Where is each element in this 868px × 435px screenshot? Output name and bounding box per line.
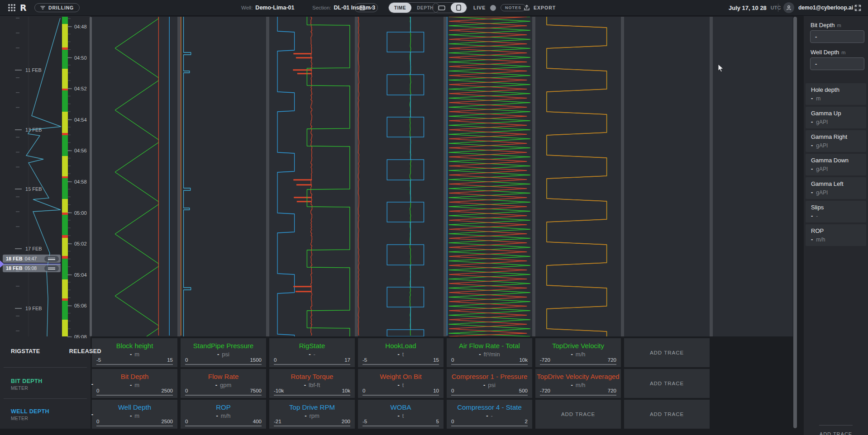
trace-min: 0 <box>274 357 277 363</box>
well-label: Well: <box>241 5 253 10</box>
toggle-time[interactable]: TIME <box>389 3 411 13</box>
trace-range: 0500 <box>451 388 528 393</box>
legend-cell[interactable]: TopDrive Velocity Averaged-m/h-720720 <box>535 369 621 398</box>
legend-cell[interactable]: HookLoad-t-515 <box>358 338 444 367</box>
date-axis-label: 19 FEB <box>25 306 42 311</box>
trace-max: 500 <box>519 388 528 393</box>
portrait-option[interactable] <box>451 3 467 13</box>
legend-cell[interactable]: Rotary Torque-lbf-ft-10k10k <box>269 369 355 398</box>
time-axis-label: 05:08 <box>74 334 87 338</box>
legend-cell[interactable]: Flow Rate-gpm07500 <box>181 369 266 398</box>
trace-rotary-torque <box>293 17 312 336</box>
well-depth-input[interactable]: - <box>810 57 864 70</box>
track-plot <box>535 17 621 336</box>
add-trace-button[interactable]: ADD TRACE <box>535 400 621 429</box>
trace-scale-rule <box>96 395 173 396</box>
track-plot <box>358 17 444 336</box>
add-trace-button[interactable]: ADD TRACE <box>624 369 710 398</box>
add-trace-cell[interactable]: ADD TRACE <box>624 338 710 367</box>
selection-start-handle[interactable] <box>44 256 59 262</box>
legend-cell[interactable]: Top Drive RPM-rpm-21200 <box>269 400 355 429</box>
notes-button[interactable]: NOTES <box>501 4 526 11</box>
minimap-overview[interactable]: 11 FEB13 FEB15 FEB17 FEB19 FEB04:4804:50… <box>0 15 91 338</box>
trace-max: 17 <box>344 357 350 363</box>
readout-value: - <box>811 165 813 172</box>
legend-cell[interactable]: Compressor 1 - Pressure-psi0500 <box>447 369 532 398</box>
add-trace-cell[interactable]: ADD TRACE <box>624 400 710 429</box>
bit-depth-meter-row[interactable]: BIT DEPTH METER - <box>0 378 101 391</box>
track-column-1[interactable] <box>92 17 177 336</box>
selection-end-handle[interactable] <box>44 265 59 271</box>
live-indicator[interactable]: LIVE <box>473 0 496 15</box>
trace-rop <box>184 17 191 336</box>
track-column-4[interactable] <box>358 17 444 336</box>
track-column-7[interactable] <box>624 17 710 336</box>
readout-label: Gamma Right <box>811 133 866 140</box>
selection-end-row[interactable]: 18 FEB 05:08 <box>3 264 61 272</box>
date-range-button[interactable] <box>354 3 378 12</box>
export-button[interactable]: EXPORT <box>524 0 556 15</box>
bit-depth-input[interactable]: - <box>810 30 864 43</box>
tracks-right-scrollbar[interactable] <box>793 17 797 428</box>
legend-cell[interactable]: Air Flow Rate - Total-ft³/min010k <box>447 338 532 367</box>
trace-current-value: - <box>398 351 400 358</box>
track-column-5[interactable] <box>447 17 532 336</box>
legend-cell[interactable]: ROP-m/h0400 <box>181 400 266 429</box>
avatar <box>783 2 794 13</box>
trace-range: 010k <box>451 357 528 363</box>
trace-range: 07500 <box>185 388 262 393</box>
legend-cell[interactable]: TopDrive Velocity-m/h-720720 <box>535 338 621 367</box>
track-column-2[interactable] <box>181 17 266 336</box>
trace-scale-rule <box>451 395 528 396</box>
legend-cell[interactable]: WOBA-t-55 <box>358 400 444 429</box>
add-trace-button[interactable]: ADD TRACE <box>624 400 710 429</box>
trace-scale-rule <box>362 426 439 426</box>
legend-cell[interactable]: Well Depth-m02500 <box>92 400 177 429</box>
landscape-option[interactable] <box>433 3 451 13</box>
bit-depth-meter-unit: METER <box>11 385 101 391</box>
trace-value: -psi <box>447 382 532 388</box>
add-trace-cell[interactable]: ADD TRACE <box>535 400 621 429</box>
trace-value: -m/h <box>535 382 621 388</box>
trace-range: -515 <box>96 357 173 363</box>
trace-current-value: - <box>217 351 219 358</box>
trace-range: 02500 <box>96 388 173 393</box>
readout-card-gamma-right: Gamma Right-gAPI <box>806 130 866 152</box>
add-trace-button[interactable]: ADD TRACE <box>624 338 710 367</box>
drilling-mode-button[interactable]: DRILLING <box>34 3 80 12</box>
track-divider <box>355 17 358 336</box>
trace-unit: m <box>134 382 139 388</box>
legend-cell[interactable]: Bit Depth-m02500 <box>92 369 177 398</box>
legend-cell[interactable]: Weight On Bit-t010 <box>358 369 444 398</box>
trace-max: 400 <box>253 419 262 424</box>
well-depth-meter-row[interactable]: WELL DEPTH METER - <box>0 408 101 421</box>
trace-title: Bit Depth <box>92 373 177 380</box>
time-axis-label: 04:58 <box>74 179 87 184</box>
selection-start-row[interactable]: 18 FEB 04:47 <box>3 255 61 263</box>
trace-min: 0 <box>185 388 188 393</box>
legend-cell[interactable]: RigState--017 <box>269 338 355 367</box>
brand-logo[interactable]: R <box>20 0 27 15</box>
user-menu[interactable]: demo1@cyberloop.ai <box>783 0 853 15</box>
legend-cell[interactable]: StandPipe Pressure-psi01500 <box>181 338 266 367</box>
time-axis-label: 05:06 <box>74 303 87 308</box>
trace-max: 7500 <box>250 388 262 393</box>
legend-cell[interactable]: Compressor 4 - State--02 <box>447 400 532 429</box>
track-column-3[interactable] <box>269 17 355 336</box>
trace-max: 2500 <box>161 388 173 393</box>
time-axis-label: 04:48 <box>74 24 87 29</box>
well-depth-meter-label: WELL DEPTH <box>11 408 101 415</box>
add-trace-cell[interactable]: ADD TRACE <box>624 369 710 398</box>
tracks-left-scrollbar[interactable] <box>90 17 92 336</box>
readout-value-row: -gAPI <box>811 142 866 149</box>
track-column-6[interactable] <box>535 17 621 336</box>
fullscreen-button[interactable] <box>854 0 861 15</box>
trace-block-height <box>115 17 159 336</box>
empty-track-column[interactable] <box>713 17 793 336</box>
trace-title: Top Drive RPM <box>269 403 355 411</box>
app-launcher-button[interactable] <box>8 0 15 15</box>
readout-label: Gamma Down <box>811 157 866 164</box>
section-label: Section: <box>312 5 331 10</box>
trace-min: -10k <box>274 388 284 393</box>
sidebar-add-trace-button[interactable]: ADD TRACE <box>815 431 857 435</box>
